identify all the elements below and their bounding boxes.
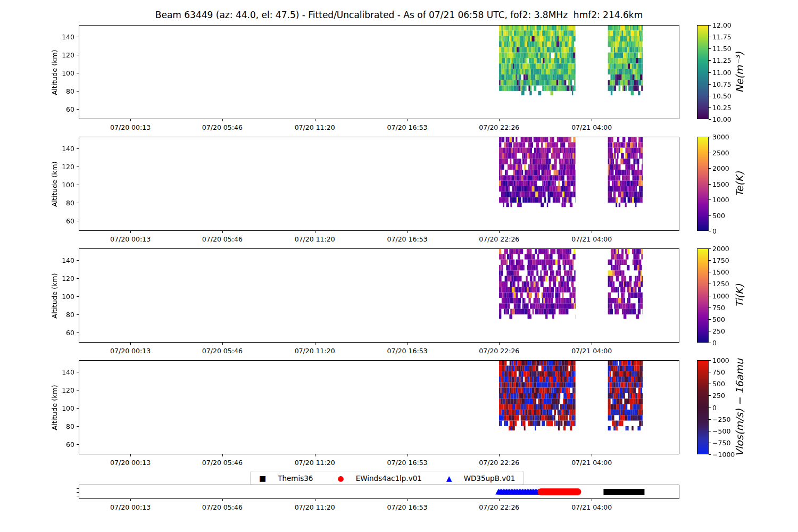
figure: Beam 63449 (az: 44.0, el: 47.5) - Fitted… — [0, 0, 798, 532]
colorbar-tick-label: 750 — [712, 368, 725, 376]
y-tick — [77, 221, 79, 221]
x-tick-label: 07/21 04:00 — [571, 459, 612, 467]
colorbar-tick-label: −1000 — [712, 451, 735, 459]
x-tick-label: 07/20 00:13 — [110, 503, 151, 511]
y-tick-label: 100 — [56, 292, 74, 300]
legend-item-themis36: ■ Themis36 — [259, 474, 313, 483]
x-tick — [592, 231, 592, 233]
colorbar-tick — [709, 260, 711, 261]
colorbar-tick — [709, 360, 711, 361]
x-tick — [130, 454, 131, 456]
y-tick-label: 80 — [56, 198, 74, 206]
x-tick-label: 07/21 04:00 — [571, 123, 612, 131]
legend-item-wd35upb: ▲ WD35upB.v01 — [446, 474, 516, 483]
colorbar-tick — [709, 248, 711, 249]
x-tick-label: 07/20 16:53 — [387, 459, 428, 467]
colorbar-tick-label: 500 — [712, 315, 725, 323]
x-tick-label: 07/20 11:20 — [295, 503, 335, 511]
x-tick-label: 07/20 11:20 — [295, 347, 335, 355]
y-tick — [77, 260, 79, 261]
colorbar-tick-label: 1000 — [712, 292, 729, 300]
x-tick — [222, 454, 223, 456]
x-tick-label: 07/20 05:46 — [202, 459, 243, 467]
ne-colorbar-title: Ne(m⁻³) — [734, 52, 745, 93]
colorbar-tick-label: 0 — [712, 403, 717, 411]
y-tick — [77, 167, 79, 167]
y-tick-label: 100 — [56, 69, 74, 77]
colorbar-tick — [709, 60, 711, 61]
x-tick-label: 07/20 22:26 — [479, 347, 519, 355]
colorbar-tick-label: −250 — [712, 415, 730, 423]
x-tick-label: 07/20 00:13 — [110, 459, 151, 467]
colorbar-tick — [709, 200, 711, 200]
vlos-panel — [79, 360, 679, 454]
vlos-colorbar-title: Vlos(m/s) − 16amu — [734, 359, 745, 456]
ne-colorbar-frame — [697, 25, 709, 119]
colorbar-tick-label: 1000 — [712, 196, 729, 204]
x-tick — [130, 119, 131, 121]
colorbar-tick — [709, 284, 711, 284]
te-colorbar-frame — [697, 137, 709, 231]
legend-label-ewinds: EWinds4ac1lp.v01 — [356, 474, 422, 483]
colorbar-tick-label: 500 — [712, 211, 725, 219]
colorbar-tick — [709, 408, 711, 408]
colorbar-tick — [709, 343, 711, 343]
x-tick — [408, 499, 408, 501]
y-tick-label: 60 — [56, 440, 74, 448]
x-tick — [130, 343, 131, 345]
colorbar-tick — [709, 72, 711, 73]
ti-panel — [79, 248, 679, 343]
colorbar-tick-label: 1250 — [712, 280, 729, 288]
colorbar-tick — [709, 48, 711, 49]
x-tick-label: 07/20 16:53 — [387, 123, 428, 131]
colorbar-tick — [709, 384, 711, 384]
y-tick-label: 120 — [56, 274, 74, 282]
figure-title: Beam 63449 (az: 44.0, el: 47.5) - Fitted… — [0, 10, 798, 20]
x-tick-label: 07/20 05:46 — [202, 235, 243, 243]
y-tick-label: 120 — [56, 162, 74, 170]
ne-panel — [79, 25, 679, 119]
x-tick — [499, 343, 500, 345]
x-tick-label: 07/21 04:00 — [571, 503, 612, 511]
square-marker-icon: ■ — [259, 475, 266, 482]
timeline-y-tick — [77, 492, 79, 493]
x-tick — [408, 454, 408, 456]
colorbar-tick-label: 12.00 — [712, 21, 732, 29]
y-tick-label: 100 — [56, 404, 74, 412]
colorbar-tick — [709, 96, 711, 96]
colorbar-tick-label: 11.50 — [712, 45, 732, 53]
y-tick-label: 120 — [56, 51, 74, 59]
circle-marker-icon: ● — [337, 475, 344, 482]
colorbar-tick-label: 2000 — [712, 245, 729, 253]
colorbar-tick — [709, 454, 711, 455]
y-axis-title: Altitude (km) — [51, 49, 59, 95]
te-panel — [79, 137, 679, 231]
colorbar-tick-label: 0 — [712, 227, 717, 235]
x-tick — [592, 454, 592, 456]
colorbar-tick — [709, 231, 711, 231]
y-tick-label: 140 — [56, 368, 74, 376]
colorbar-tick — [709, 443, 711, 443]
x-tick-label: 07/20 05:46 — [202, 503, 243, 511]
x-tick-label: 07/20 22:26 — [479, 503, 519, 511]
colorbar-tick-label: 10.00 — [712, 115, 732, 123]
y-tick — [77, 408, 79, 409]
colorbar-tick-label: 10.75 — [712, 80, 732, 88]
colorbar-tick-label: 1750 — [712, 256, 729, 264]
colorbar-tick — [709, 84, 711, 85]
colorbar-tick — [709, 37, 711, 37]
x-tick-label: 07/20 22:26 — [479, 235, 519, 243]
colorbar-tick-label: 500 — [712, 380, 725, 388]
colorbar-tick — [709, 153, 711, 153]
x-tick — [408, 343, 408, 345]
colorbar-tick-label: 10.25 — [712, 103, 732, 111]
x-tick-label: 07/20 05:46 — [202, 347, 243, 355]
x-tick-label: 07/20 11:20 — [295, 123, 335, 131]
colorbar-tick — [709, 107, 711, 108]
x-tick-label: 07/20 00:13 — [110, 347, 151, 355]
colorbar-tick-label: 2000 — [712, 164, 729, 172]
x-tick-label: 07/20 00:13 — [110, 123, 151, 131]
y-tick — [77, 372, 79, 372]
y-tick — [77, 185, 79, 185]
x-tick-label: 07/21 04:00 — [571, 347, 612, 355]
